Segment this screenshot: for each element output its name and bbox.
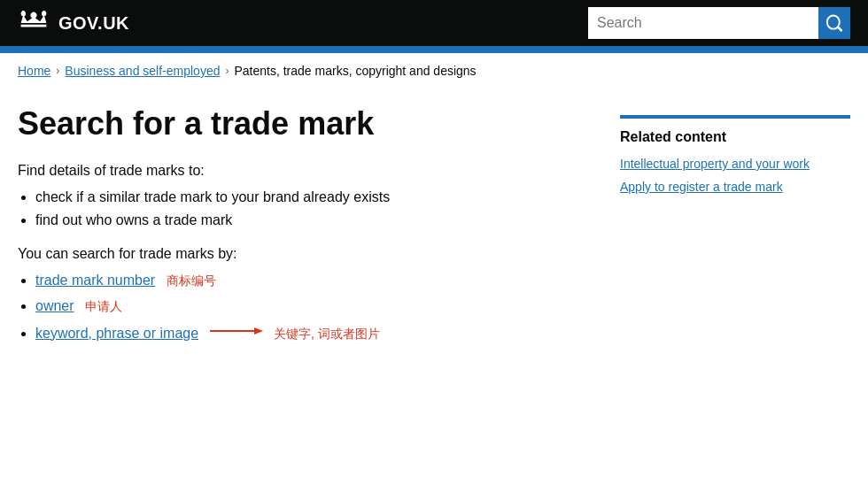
arrow-annotation	[210, 324, 263, 338]
page-title: Search for a trade mark	[18, 106, 585, 142]
blue-bar	[0, 46, 868, 53]
intro-text: Find details of trade marks to:	[18, 163, 585, 179]
search-form	[588, 7, 850, 39]
search-button[interactable]	[818, 7, 850, 39]
breadcrumb-business[interactable]: Business and self-employed	[65, 64, 220, 78]
owner-chinese: 申请人	[85, 299, 122, 313]
trademark-number-link[interactable]: trade mark number	[35, 273, 155, 288]
trademark-number-chinese: 商标编号	[167, 273, 216, 288]
breadcrumb-separator-1: ›	[56, 65, 59, 77]
svg-marker-1	[254, 327, 263, 335]
bullet-item-1: check if a similar trade mark to your br…	[35, 189, 585, 205]
related-links-list: Intellectual property and your work Appl…	[620, 156, 850, 195]
gov-uk-label: GOV.UK	[58, 13, 129, 34]
bullet-list: check if a similar trade mark to your br…	[18, 189, 585, 228]
breadcrumb-separator-2: ›	[225, 65, 229, 77]
site-header: GOV.UK	[0, 0, 868, 46]
breadcrumb-home[interactable]: Home	[18, 64, 50, 78]
content-left: Search for a trade mark Find details of …	[18, 106, 585, 351]
list-item-keyword: keyword, phrase or image 关键字, 词或者图片	[35, 324, 585, 342]
bullet-item-2: find out who owns a trade mark	[35, 212, 585, 228]
main-content: Search for a trade mark Find details of …	[0, 88, 868, 387]
related-content-title: Related content	[620, 115, 850, 145]
breadcrumb-current: Patents, trade marks, copyright and desi…	[234, 64, 476, 78]
search-input[interactable]	[588, 7, 818, 39]
keyword-chinese: 关键字, 词或者图片	[274, 327, 380, 341]
keyword-link[interactable]: keyword, phrase or image	[35, 326, 198, 341]
breadcrumb: Home › Business and self-employed › Pate…	[0, 53, 868, 88]
related-link-apply[interactable]: Apply to register a trade mark	[620, 180, 783, 194]
crown-icon	[18, 10, 50, 36]
arrow-icon	[210, 324, 263, 338]
sidebar: Related content Intellectual property an…	[620, 106, 850, 351]
related-link-ip[interactable]: Intellectual property and your work	[620, 157, 810, 171]
list-item-owner: owner 申请人	[35, 298, 585, 315]
related-link-item-1: Intellectual property and your work	[620, 156, 850, 172]
search-by-text: You can search for trade marks by:	[18, 246, 585, 262]
search-icon	[825, 14, 843, 32]
related-link-item-2: Apply to register a trade mark	[620, 179, 850, 195]
gov-uk-logo[interactable]: GOV.UK	[18, 10, 129, 36]
list-item-trademark-number: trade mark number 商标编号	[35, 273, 585, 289]
owner-link[interactable]: owner	[35, 298, 74, 313]
search-links-list: trade mark number 商标编号 owner 申请人 keyword…	[18, 273, 585, 342]
